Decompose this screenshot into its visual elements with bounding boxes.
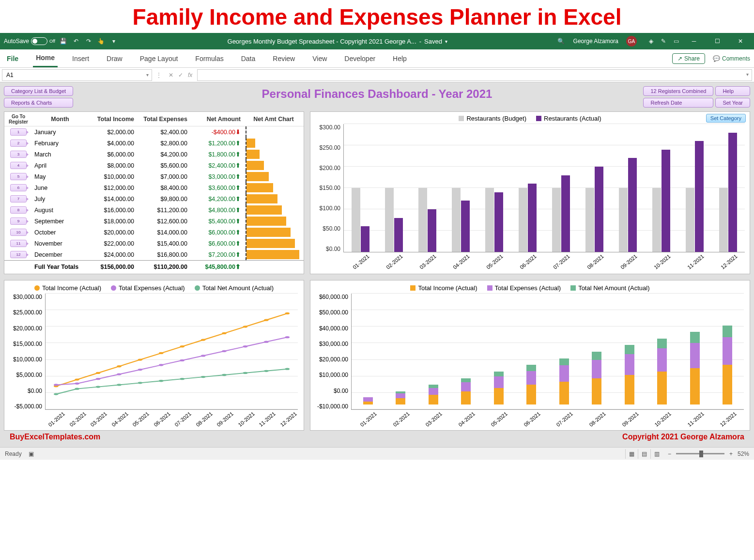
goto-register-button[interactable]: 6 [10,184,27,191]
tab-draw[interactable]: Draw [104,49,125,67]
goto-register-button[interactable]: 5 [10,173,27,180]
zoom-slider[interactable] [676,453,724,454]
tab-view[interactable]: View [309,49,330,67]
svg-point-29 [159,380,163,382]
tab-data[interactable]: Data [238,49,259,67]
svg-point-27 [117,384,121,386]
maximize-button[interactable]: ☐ [708,34,727,48]
comment-icon: 💬 [713,55,720,62]
normal-view-icon[interactable]: ▦ [625,449,638,459]
close-button[interactable]: ✕ [731,34,750,48]
page-break-view-icon[interactable]: ▥ [650,449,663,459]
mini-bar [246,217,286,226]
svg-point-22 [264,341,268,343]
user-avatar[interactable]: GA [626,36,637,47]
arrow-up-icon: ⬆ [235,207,241,214]
zoom-in-icon[interactable]: + [729,451,733,457]
budget-bar [719,188,728,252]
name-box[interactable]: A1 [2,69,152,81]
redo-icon[interactable]: ↷ [84,37,93,46]
autosave-toggle[interactable]: AutoSave Off [4,37,55,45]
set-year-button[interactable]: Set Year [715,98,750,108]
tab-developer[interactable]: Developer [341,49,378,67]
fx-icon[interactable]: fx [188,72,192,78]
tab-page-layout[interactable]: Page Layout [137,49,181,67]
svg-point-5 [159,352,163,354]
formula-input[interactable] [197,69,752,81]
income-segment [526,385,536,404]
arrow-down-icon: ⬇ [235,129,241,136]
brush-icon[interactable]: ✎ [659,37,668,46]
goto-register-button[interactable]: 7 [10,195,27,202]
expenses-segment [559,365,569,381]
search-icon[interactable]: 🔍 [557,37,566,46]
goto-register-button[interactable]: 12 [10,251,27,258]
mini-bar [246,161,264,170]
actual-bar [528,184,537,252]
income-segment [723,365,732,404]
expenses-segment [657,348,667,372]
tab-formulas[interactable]: Formulas [192,49,226,67]
refresh-date-button[interactable]: Refresh Date [643,98,713,108]
dropdown-icon[interactable]: ▾ [109,37,118,46]
cancel-icon[interactable]: ✕ [169,72,173,78]
budget-bar [485,188,494,252]
mini-bar [246,139,255,148]
goto-register-button[interactable]: 1 [10,128,27,136]
tab-insert[interactable]: Insert [69,49,92,67]
goto-register-button[interactable]: 2 [10,140,27,147]
macro-recorder-icon[interactable]: ▣ [29,451,34,457]
registers-combined-button[interactable]: 12 Registers Combined [643,86,713,96]
formula-bar: A1 ⋮ ✕ ✓ fx [0,68,754,82]
undo-icon[interactable]: ↶ [72,37,80,46]
budget-bar [585,188,594,252]
arrow-up-icon: ⬆ [235,140,241,147]
diamond-icon[interactable]: ◈ [646,37,655,46]
ribbon-display-icon[interactable]: ▭ [672,37,680,46]
budget-bar [452,188,461,252]
user-name[interactable]: George Alzamora [573,38,618,45]
svg-point-15 [117,373,121,375]
tab-review[interactable]: Review [270,49,298,67]
net-segment [559,358,569,365]
help-button[interactable]: Help [715,86,750,96]
income-segment [559,382,569,405]
category-list-button[interactable]: Category List & Budget [4,86,73,96]
minimize-button[interactable]: ─ [684,34,704,48]
reports-charts-button[interactable]: Reports & Charts [4,98,73,108]
goto-register-button[interactable]: 10 [10,229,27,236]
zoom-out-icon[interactable]: − [668,451,671,457]
tab-file[interactable]: File [4,49,21,67]
status-ready: Ready [5,451,22,457]
table-row: 3 March $6,000.00 $4,200.00 $1,800.00⬆ [4,149,304,160]
tab-home[interactable]: Home [33,49,58,67]
goto-register-button[interactable]: 8 [10,206,27,214]
legend-actual-icon [536,116,541,121]
touch-icon[interactable]: 👆 [97,37,106,46]
comments-button[interactable]: 💬Comments [713,55,750,62]
page-layout-view-icon[interactable]: ▤ [638,449,650,459]
table-row: 4 April $8,000.00 $5,600.00 $2,400.00⬆ [4,160,304,171]
set-category-button[interactable]: Set Category [706,114,746,123]
tab-help[interactable]: Help [390,49,410,67]
net-segment [526,365,536,371]
actual-bar [628,158,637,252]
net-segment [690,332,700,343]
goto-register-button[interactable]: 11 [10,240,27,247]
legend-income-icon [34,285,40,291]
expenses-segment [363,397,373,401]
goto-register-button[interactable]: 3 [10,151,27,158]
goto-register-button[interactable]: 4 [10,162,27,169]
save-icon[interactable]: 💾 [59,37,68,46]
goto-register-button[interactable]: 9 [10,218,27,225]
zoom-level[interactable]: 52% [738,451,749,457]
share-button[interactable]: ↗Share [672,53,705,64]
enter-icon[interactable]: ✓ [178,72,183,78]
svg-point-32 [222,374,226,376]
expenses-segment [723,337,732,365]
income-segment [625,375,634,404]
mini-bar [246,194,277,203]
mini-bar [246,205,282,215]
net-segment [723,326,732,338]
net-segment [461,378,471,382]
